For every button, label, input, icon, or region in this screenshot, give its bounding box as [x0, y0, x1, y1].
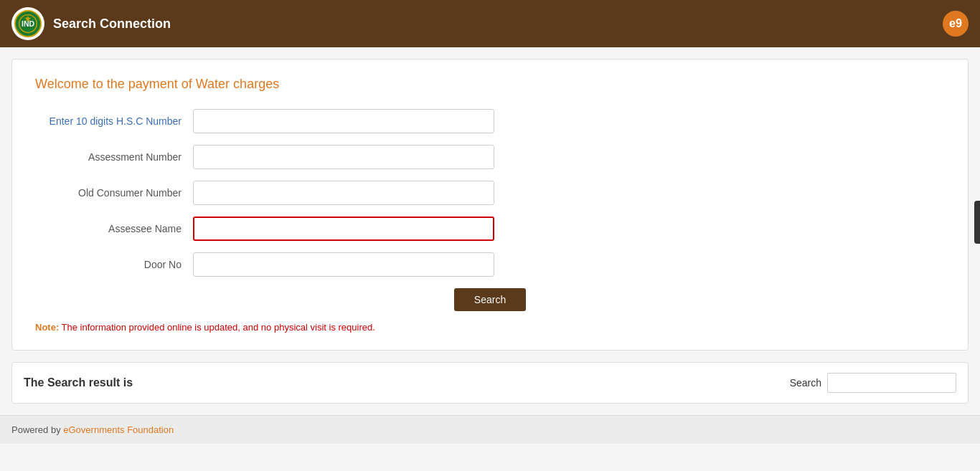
assessee-name-row: Assessee Name	[35, 217, 945, 241]
door-no-row: Door No	[35, 252, 945, 277]
header-logo: IND	[11, 7, 44, 40]
results-search-area: Search	[790, 373, 956, 393]
hsc-number-input[interactable]	[193, 109, 494, 133]
old-consumer-number-row: Old Consumer Number	[35, 181, 945, 205]
scrollbar[interactable]	[974, 201, 980, 244]
header: IND Search Connection e9	[0, 0, 980, 47]
hsc-number-label: Enter 10 digits H.S.C Number	[35, 115, 193, 127]
results-search-label: Search	[790, 377, 821, 389]
main-content: Welcome to the payment of Water charges …	[0, 47, 980, 415]
note-label: Note:	[35, 322, 59, 333]
old-consumer-number-input[interactable]	[193, 181, 494, 205]
search-button[interactable]: Search	[454, 288, 526, 311]
note-content: The information provided online is updat…	[62, 322, 375, 333]
door-no-label: Door No	[35, 259, 193, 270]
note-text: Note: The information provided online is…	[35, 321, 945, 333]
footer: Powered by eGovernments Foundation	[0, 415, 980, 444]
old-consumer-number-label: Old Consumer Number	[35, 187, 193, 199]
card-title: Welcome to the payment of Water charges	[35, 77, 945, 92]
results-title: The Search result is	[24, 376, 133, 389]
svg-text:IND: IND	[22, 20, 34, 28]
door-no-input[interactable]	[193, 252, 494, 277]
user-icon[interactable]: e9	[943, 11, 969, 37]
footer-powered-by: Powered by	[11, 424, 63, 435]
results-section: The Search result is Search	[11, 362, 969, 404]
form-card: Welcome to the payment of Water charges …	[11, 59, 969, 351]
search-button-row: Search	[35, 288, 945, 311]
header-title: Search Connection	[53, 16, 171, 32]
assessment-number-input[interactable]	[193, 145, 494, 169]
assessment-number-row: Assessment Number	[35, 145, 945, 169]
hsc-number-row: Enter 10 digits H.S.C Number	[35, 109, 945, 133]
results-search-input[interactable]	[827, 373, 956, 393]
assessment-number-label: Assessment Number	[35, 151, 193, 163]
assessee-name-label: Assessee Name	[35, 223, 193, 234]
assessee-name-input[interactable]	[193, 217, 494, 241]
footer-link[interactable]: eGovernments Foundation	[63, 424, 174, 435]
